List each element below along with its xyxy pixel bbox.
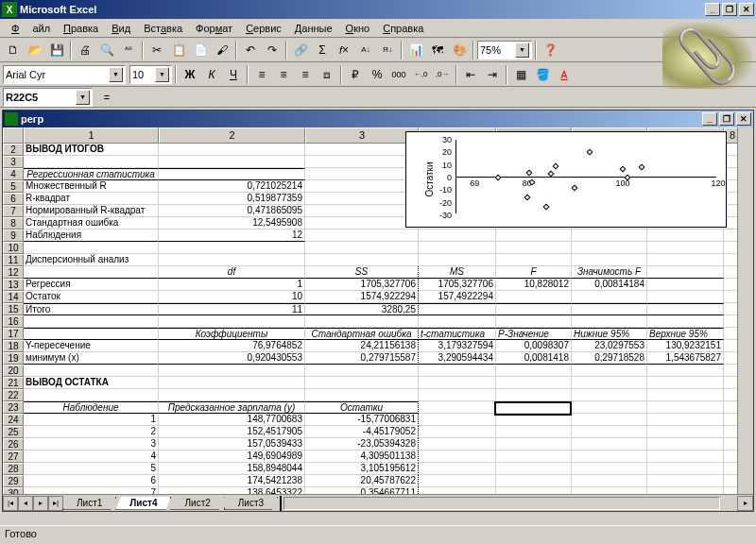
cut-button[interactable]: ✂ (146, 40, 167, 60)
row-header[interactable]: 13 (3, 279, 24, 291)
close-button[interactable]: ✕ (739, 3, 754, 16)
chart-button[interactable]: 📊 (405, 40, 426, 60)
cell[interactable] (496, 450, 572, 463)
cell[interactable]: Стандартная ошибка (305, 328, 419, 340)
cell[interactable] (496, 487, 572, 494)
menu-format[interactable]: Формат (189, 21, 239, 36)
row-header[interactable]: 8 (3, 217, 24, 230)
cell[interactable] (572, 438, 647, 450)
cell[interactable]: R-квадрат (24, 193, 159, 205)
cell[interactable]: 1,543675827 (647, 352, 724, 365)
cell[interactable] (572, 389, 647, 401)
row-header[interactable]: 10 (3, 242, 24, 254)
cell[interactable]: -15,77006831 (305, 414, 419, 426)
tab-nav-first[interactable]: |◂ (3, 496, 18, 511)
cell[interactable]: 11 (159, 303, 305, 315)
wb-restore-button[interactable]: ❐ (719, 112, 734, 126)
cell[interactable]: 174,5421238 (159, 475, 305, 487)
cell[interactable] (305, 254, 419, 266)
hyperlink-button[interactable]: 🔗 (290, 40, 311, 60)
paste-button[interactable]: 📄 (190, 40, 211, 60)
tab-scroll-split[interactable] (280, 496, 737, 511)
restore-button[interactable]: ❐ (722, 3, 737, 16)
sort-desc-button[interactable]: Я↓ (377, 40, 398, 60)
cell[interactable]: df (159, 266, 305, 279)
menu-tools[interactable]: Сервис (239, 21, 288, 36)
row-header[interactable]: 25 (3, 426, 24, 438)
cell[interactable] (419, 303, 496, 315)
cell[interactable] (647, 426, 724, 438)
row-header[interactable]: 12 (3, 266, 24, 279)
cell[interactable]: t-статистика (419, 328, 496, 340)
cell[interactable]: 0,279715587 (305, 352, 419, 365)
redo-button[interactable]: ↷ (262, 40, 283, 60)
col-header[interactable]: 1 (24, 128, 159, 144)
cell[interactable] (24, 266, 159, 279)
chevron-down-icon[interactable]: ▼ (109, 67, 123, 82)
row-header[interactable]: 2 (3, 144, 24, 156)
cell[interactable] (647, 438, 724, 450)
new-button[interactable]: 🗋 (3, 40, 24, 60)
cell[interactable] (496, 438, 572, 450)
cell[interactable]: Регрессионная статистика (24, 168, 159, 180)
row-header[interactable]: 28 (3, 463, 24, 475)
cell[interactable]: -4,45179052 (305, 426, 419, 438)
cell[interactable] (647, 303, 724, 315)
cell[interactable] (496, 426, 572, 438)
undo-button[interactable]: ↶ (240, 40, 261, 60)
cell[interactable] (419, 463, 496, 475)
align-left-button[interactable]: ≡ (251, 64, 272, 85)
cell[interactable] (159, 168, 305, 180)
cell[interactable] (496, 414, 572, 426)
cell[interactable]: 0,29718528 (572, 352, 647, 365)
cell[interactable] (159, 156, 305, 168)
cell[interactable]: 1 (24, 414, 159, 426)
cell[interactable]: Наблюдения (24, 230, 159, 242)
cell[interactable]: 23,0297553 (572, 340, 647, 352)
row-header[interactable]: 24 (3, 414, 24, 426)
cell[interactable] (419, 401, 496, 414)
cell[interactable]: 157,4922294 (419, 291, 496, 303)
cell[interactable] (647, 475, 724, 487)
italic-button[interactable]: К (201, 64, 222, 85)
function-button[interactable]: f× (334, 40, 354, 60)
cell[interactable]: 138,6453322 (159, 487, 305, 494)
format-painter-button[interactable]: 🖌 (212, 40, 232, 60)
horizontal-scrollbar[interactable] (284, 497, 720, 510)
cell[interactable] (647, 487, 724, 494)
cell[interactable]: 0,721025214 (159, 180, 305, 193)
cell[interactable]: 149,6904989 (159, 450, 305, 463)
name-box[interactable]: R22C5▼ (3, 88, 93, 107)
menu-insert[interactable]: Вставка (137, 21, 189, 36)
cell[interactable] (305, 230, 419, 242)
cell[interactable] (496, 475, 572, 487)
cell[interactable] (419, 389, 496, 401)
cell[interactable] (496, 389, 572, 401)
row-header[interactable]: 18 (3, 340, 24, 352)
increase-indent-button[interactable]: ⇥ (482, 64, 503, 85)
cell[interactable] (419, 377, 496, 389)
cell[interactable]: Дисперсионный анализ (24, 254, 159, 266)
cell[interactable] (496, 463, 572, 475)
tab-nav-last[interactable]: ▸| (48, 496, 63, 511)
menu-view[interactable]: Вид (105, 21, 137, 36)
underline-button[interactable]: Ч (223, 64, 244, 85)
cell[interactable] (305, 242, 419, 254)
row-header[interactable]: 19 (3, 352, 24, 365)
cell[interactable]: 3,105195612 (305, 463, 419, 475)
cell[interactable] (496, 242, 572, 254)
cell[interactable] (305, 156, 419, 168)
cell[interactable] (24, 242, 159, 254)
cell[interactable]: 0,471865095 (159, 205, 305, 217)
decrease-indent-button[interactable]: ⇤ (460, 64, 481, 85)
cell[interactable]: 157,0539433 (159, 438, 305, 450)
fontsize-combo[interactable]: 10▼ (129, 65, 172, 84)
save-button[interactable]: 💾 (46, 40, 67, 60)
cell[interactable] (647, 377, 724, 389)
cell[interactable]: P-Значение (496, 328, 572, 340)
cell[interactable] (496, 401, 572, 414)
align-center-button[interactable]: ≡ (273, 64, 294, 85)
cell[interactable]: 1705,327706 (419, 279, 496, 291)
formula-equals[interactable]: = (98, 92, 115, 103)
cell[interactable]: Стандартная ошибка (24, 217, 159, 230)
